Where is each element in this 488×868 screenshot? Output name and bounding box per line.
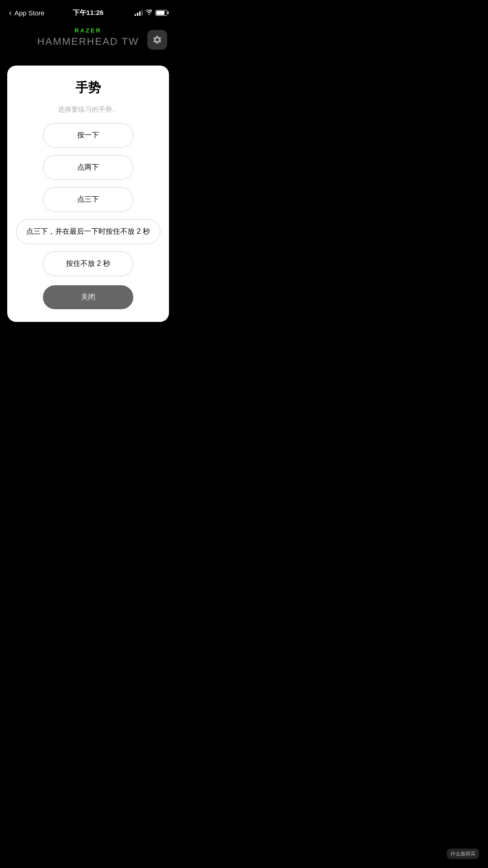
signal-icon	[135, 9, 143, 16]
modal-title: 手势	[75, 79, 101, 96]
header-content: RAZER HAMMERHEAD TW	[38, 27, 139, 47]
status-time: 下午11:26	[73, 9, 103, 17]
single-tap-button[interactable]: 按一下	[43, 123, 133, 148]
back-arrow-icon[interactable]: ‹	[9, 8, 12, 18]
back-label[interactable]: App Store	[14, 9, 45, 17]
modal-background: 手势 选择要练习的手势。 按一下 点两下 点三下 点三下，并在最后一下时按住不放…	[0, 57, 176, 340]
razer-logo: RAZER	[75, 27, 102, 34]
triple-tap-button[interactable]: 点三下	[43, 187, 133, 212]
status-right	[135, 9, 167, 16]
close-button[interactable]: 关闭	[43, 285, 133, 309]
status-left: ‹ App Store	[9, 8, 45, 18]
app-header: RAZER HAMMERHEAD TW	[0, 23, 176, 57]
triple-tap-hold-button[interactable]: 点三下，并在最后一下时按住不放 2 秒	[16, 219, 160, 244]
modal-card: 手势 选择要练习的手势。 按一下 点两下 点三下 点三下，并在最后一下时按住不放…	[7, 66, 169, 322]
hold-button[interactable]: 按住不放 2 秒	[43, 251, 133, 276]
wifi-icon	[145, 9, 153, 16]
device-name: HAMMERHEAD TW	[38, 36, 139, 47]
modal-subtitle: 选择要练习的手势。	[58, 105, 119, 114]
battery-icon	[155, 10, 167, 16]
status-bar: ‹ App Store 下午11:26	[0, 0, 176, 23]
settings-button[interactable]	[147, 30, 167, 50]
double-tap-button[interactable]: 点两下	[43, 155, 133, 180]
gear-icon	[152, 35, 162, 45]
